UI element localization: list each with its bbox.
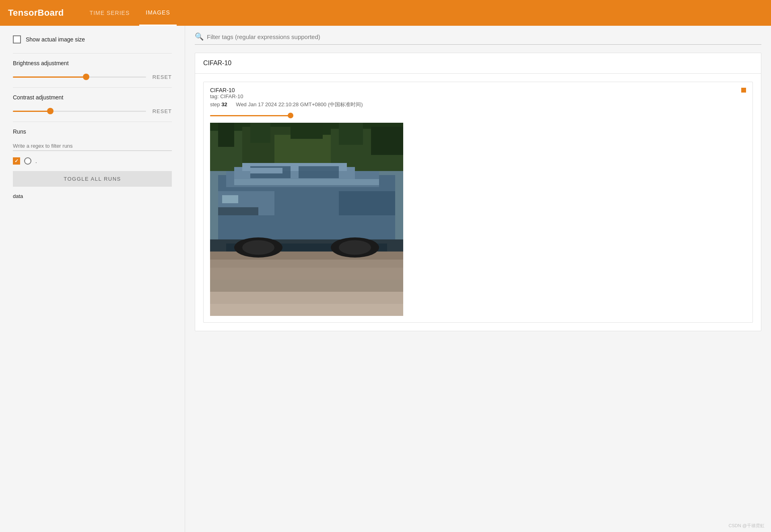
check-icon: ✓ xyxy=(14,158,19,164)
show-image-size-label: Show actual image size xyxy=(26,36,85,43)
divider-2 xyxy=(13,87,172,88)
app-header: TensorBoard TIME SERIES IMAGES xyxy=(0,0,771,26)
contrast-track xyxy=(13,111,146,112)
watermark: CSDN @千禧霓虹 xyxy=(729,523,765,529)
image-info-left: CIFAR-10 tag: CIFAR-10 xyxy=(210,87,243,99)
search-icon: 🔍 xyxy=(195,32,204,41)
svg-rect-9 xyxy=(339,123,363,145)
svg-rect-20 xyxy=(218,207,258,215)
card-title: CIFAR-10 xyxy=(195,53,761,74)
run-radio[interactable] xyxy=(24,157,31,165)
svg-rect-19 xyxy=(222,195,238,203)
step-fill xyxy=(210,115,291,116)
image-tag: tag: CIFAR-10 xyxy=(210,93,243,99)
run-name: . xyxy=(35,158,37,164)
image-step: step 32 Wed Jan 17 2024 22:10:28 GMT+080… xyxy=(204,99,752,110)
step-label: step xyxy=(210,101,220,107)
brightness-reset-button[interactable]: RESET xyxy=(153,74,172,80)
runs-section: Runs ✓ . TOGGLE ALL RUNS data xyxy=(13,128,172,199)
svg-rect-10 xyxy=(371,127,403,155)
svg-rect-25 xyxy=(210,268,403,280)
svg-rect-7 xyxy=(250,123,270,143)
toggle-all-runs-button[interactable]: TOGGLE ALL RUNS xyxy=(13,171,172,187)
contrast-slider-container xyxy=(13,107,146,115)
runs-label: Runs xyxy=(13,128,172,135)
tag-filter-input[interactable] xyxy=(207,33,761,40)
svg-rect-8 xyxy=(291,123,323,139)
show-image-size-row: Show actual image size xyxy=(13,35,172,43)
app-logo: TensorBoard xyxy=(8,8,64,18)
svg-rect-6 xyxy=(218,123,234,147)
cifar-image-svg xyxy=(210,123,403,316)
image-preview xyxy=(210,123,403,316)
step-thumb[interactable] xyxy=(288,113,293,118)
contrast-reset-button[interactable]: RESET xyxy=(153,108,172,114)
brightness-thumb[interactable] xyxy=(83,74,89,80)
main-nav: TIME SERIES IMAGES xyxy=(83,0,177,26)
image-card-inner: CIFAR-10 tag: CIFAR-10 step 32 Wed Jan 1… xyxy=(203,82,753,323)
divider-1 xyxy=(13,53,172,54)
step-value: 32 xyxy=(221,101,227,107)
contrast-label: Contrast adjustment xyxy=(13,94,172,101)
nav-images[interactable]: IMAGES xyxy=(139,0,176,26)
brightness-slider-row: RESET xyxy=(13,73,172,81)
svg-rect-34 xyxy=(234,179,379,185)
cifar-card: CIFAR-10 CIFAR-10 tag: CIFAR-10 step 32 xyxy=(195,53,761,331)
brightness-track xyxy=(13,76,146,78)
contrast-thumb[interactable] xyxy=(47,108,54,114)
brightness-slider-container xyxy=(13,73,146,81)
svg-rect-16 xyxy=(299,166,339,178)
svg-point-32 xyxy=(339,240,371,255)
brightness-fill xyxy=(13,76,86,78)
contrast-slider-row: RESET xyxy=(13,107,172,115)
svg-rect-27 xyxy=(210,292,403,304)
step-track xyxy=(210,115,291,116)
timestamp: Wed Jan 17 2024 22:10:28 GMT+0800 (中国标准时… xyxy=(236,101,363,107)
nav-time-series[interactable]: TIME SERIES xyxy=(83,0,136,26)
card-body: CIFAR-10 tag: CIFAR-10 step 32 Wed Jan 1… xyxy=(195,74,761,331)
run-checkbox[interactable]: ✓ xyxy=(13,157,20,165)
data-label: data xyxy=(13,193,172,199)
svg-rect-35 xyxy=(250,168,282,173)
image-title: CIFAR-10 xyxy=(210,87,243,93)
svg-rect-18 xyxy=(339,191,395,215)
runs-filter-input[interactable] xyxy=(13,141,172,151)
svg-rect-28 xyxy=(210,304,403,316)
corner-icon xyxy=(741,88,746,93)
svg-point-30 xyxy=(242,240,274,255)
run-item: ✓ . xyxy=(13,157,172,165)
step-slider-row xyxy=(204,110,752,123)
step-slider[interactable] xyxy=(210,111,291,120)
image-info-header: CIFAR-10 tag: CIFAR-10 xyxy=(204,82,752,99)
svg-rect-26 xyxy=(210,280,403,292)
show-image-size-checkbox[interactable] xyxy=(13,35,21,43)
sidebar: Show actual image size Brightness adjust… xyxy=(0,26,185,532)
main-layout: Show actual image size Brightness adjust… xyxy=(0,26,771,532)
contrast-fill xyxy=(13,111,50,112)
main-content: 🔍 CIFAR-10 CIFAR-10 tag: CIFAR-10 step xyxy=(185,26,771,532)
brightness-label: Brightness adjustment xyxy=(13,60,172,66)
svg-rect-24 xyxy=(210,260,403,268)
filter-bar: 🔍 xyxy=(195,32,761,45)
divider-3 xyxy=(13,122,172,122)
